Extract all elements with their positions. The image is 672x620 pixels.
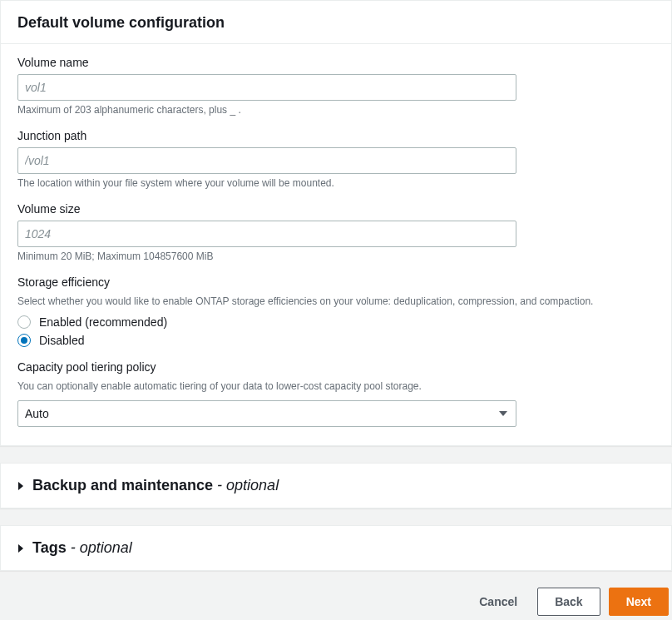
- volume-name-label: Volume name: [17, 56, 655, 69]
- caret-right-icon: [17, 543, 24, 553]
- tags-section: Tags - optional: [0, 525, 672, 571]
- caret-right-icon: [17, 481, 24, 491]
- radio-icon: [17, 315, 31, 329]
- panel-header: Default volume configuration: [1, 1, 671, 44]
- storage-efficiency-disabled-option[interactable]: Disabled: [17, 334, 655, 347]
- tiering-policy-value: Auto: [17, 400, 516, 427]
- radio-label: Disabled: [39, 334, 84, 347]
- footer-actions: Cancel Back Next: [0, 588, 672, 620]
- junction-path-hint: The location within your file system whe…: [17, 177, 655, 189]
- volume-size-label: Volume size: [17, 202, 655, 216]
- tiering-policy-select[interactable]: Auto: [17, 400, 516, 427]
- next-button[interactable]: Next: [609, 588, 669, 616]
- tags-title: Tags - optional: [32, 539, 132, 557]
- storage-efficiency-group: Storage efficiency Select whether you wo…: [17, 275, 655, 347]
- svg-marker-2: [18, 544, 23, 553]
- tiering-policy-group: Capacity pool tiering policy You can opt…: [17, 360, 655, 427]
- backup-maintenance-section: Backup and maintenance - optional: [0, 463, 672, 508]
- volume-size-input[interactable]: [17, 221, 516, 247]
- tiering-policy-help: You can optionally enable automatic tier…: [17, 379, 655, 394]
- volume-name-hint: Maximum of 203 alphanumeric characters, …: [17, 104, 655, 116]
- radio-icon: [17, 334, 31, 347]
- tags-header[interactable]: Tags - optional: [1, 526, 671, 570]
- storage-efficiency-enabled-option[interactable]: Enabled (recommended): [17, 315, 655, 329]
- storage-efficiency-label: Storage efficiency: [17, 275, 655, 289]
- svg-marker-1: [18, 482, 23, 490]
- back-button[interactable]: Back: [537, 588, 600, 616]
- storage-efficiency-radio-group: Enabled (recommended) Disabled: [17, 315, 655, 347]
- backup-maintenance-title: Backup and maintenance - optional: [32, 477, 279, 494]
- junction-path-input[interactable]: [17, 147, 516, 174]
- volume-name-group: Volume name Maximum of 203 alphanumeric …: [17, 56, 655, 116]
- volume-name-input[interactable]: [17, 74, 516, 101]
- backup-maintenance-header[interactable]: Backup and maintenance - optional: [1, 464, 671, 508]
- radio-label: Enabled (recommended): [39, 315, 167, 329]
- cancel-button[interactable]: Cancel: [467, 588, 529, 615]
- panel-body: Volume name Maximum of 203 alphanumeric …: [1, 44, 671, 445]
- junction-path-label: Junction path: [17, 129, 655, 142]
- tiering-policy-label: Capacity pool tiering policy: [17, 360, 655, 374]
- junction-path-group: Junction path The location within your f…: [17, 129, 655, 189]
- panel-title: Default volume configuration: [17, 14, 655, 32]
- volume-size-group: Volume size Minimum 20 MiB; Maximum 1048…: [17, 202, 655, 262]
- volume-size-hint: Minimum 20 MiB; Maximum 104857600 MiB: [17, 250, 655, 262]
- volume-config-panel: Default volume configuration Volume name…: [0, 0, 672, 446]
- storage-efficiency-help: Select whether you would like to enable …: [17, 294, 655, 309]
